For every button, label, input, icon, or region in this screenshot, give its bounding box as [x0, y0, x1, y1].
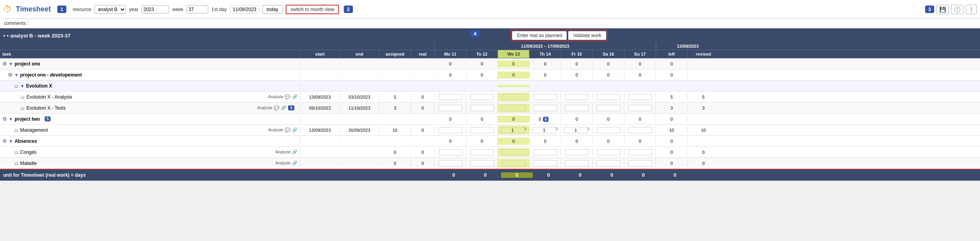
link-icon[interactable]: 🔗 [281, 105, 286, 110]
cell-fr[interactable]: 1 [561, 125, 593, 135]
cell-fr[interactable] [561, 159, 593, 168]
cell-tu[interactable] [466, 126, 498, 135]
expand-icon[interactable]: ▼ [20, 84, 24, 88]
tu-input[interactable] [470, 160, 494, 166]
cell-we[interactable]: 1 [498, 125, 530, 135]
fr-input[interactable] [565, 105, 589, 111]
tu-input[interactable] [470, 105, 494, 111]
cell-su[interactable] [624, 104, 656, 112]
cell-we[interactable] [498, 104, 530, 112]
th-input[interactable] [533, 94, 557, 100]
cell-fr[interactable] [561, 148, 593, 157]
enter-real-button[interactable]: Enter real as planned [512, 31, 567, 40]
cell-fr[interactable] [561, 104, 593, 112]
cell-mo[interactable] [435, 104, 466, 112]
th-input[interactable] [533, 149, 557, 155]
cell-tu[interactable] [466, 148, 498, 157]
expand-icon[interactable]: ▼ [9, 139, 13, 144]
gear-icon[interactable]: ⚙ [2, 116, 7, 122]
year-input[interactable] [141, 6, 169, 13]
expand-icon[interactable]: ▼ [14, 73, 19, 77]
cell-tu[interactable] [466, 159, 498, 168]
tu-input[interactable] [470, 127, 494, 133]
validate-button[interactable]: Validate work [568, 31, 606, 40]
cell-sa[interactable] [593, 159, 624, 168]
cell-th[interactable] [530, 148, 561, 157]
switch-month-button[interactable]: switch to month view [286, 5, 339, 14]
mo-input[interactable] [439, 160, 462, 166]
cell-we[interactable] [498, 148, 530, 157]
we-input[interactable] [502, 160, 526, 166]
we-input[interactable] [502, 149, 526, 155]
cell-sa[interactable] [593, 148, 624, 157]
cell-sa[interactable] [593, 126, 624, 135]
cell-mo[interactable] [435, 93, 466, 101]
sa-input[interactable] [597, 149, 620, 155]
chat-icon[interactable]: 💬 [285, 127, 290, 133]
th-input[interactable] [533, 160, 557, 166]
cell-su[interactable] [624, 148, 656, 157]
we-input[interactable] [501, 127, 524, 133]
mo-input[interactable] [439, 94, 462, 100]
cell-we[interactable] [498, 159, 530, 168]
chat-icon[interactable]: 💬 [285, 94, 290, 99]
th-input[interactable] [533, 105, 557, 111]
resource-select[interactable]: analyst B [94, 5, 126, 14]
sa-input[interactable] [597, 105, 620, 111]
sa-input[interactable] [597, 160, 620, 166]
chat-icon[interactable]: 💬 [274, 105, 279, 110]
cell-th[interactable] [530, 93, 561, 101]
cell-tu[interactable] [466, 104, 498, 112]
cell-su[interactable] [624, 126, 656, 135]
fr-input[interactable] [565, 160, 589, 166]
fr-input[interactable] [565, 94, 589, 100]
gear-icon[interactable]: ⚙ [2, 61, 7, 67]
fr-input[interactable] [565, 149, 589, 155]
cell-th[interactable] [530, 159, 561, 168]
su-input[interactable] [628, 94, 652, 100]
tu-input[interactable] [470, 149, 494, 155]
cell-mo[interactable] [435, 148, 466, 157]
collapse-icon-1[interactable]: ▪ [3, 32, 5, 39]
cell-su[interactable] [624, 159, 656, 168]
su-input[interactable] [628, 149, 652, 155]
mo-input[interactable] [439, 149, 462, 155]
link-icon[interactable]: 🔗 [292, 161, 298, 166]
we-input[interactable] [502, 105, 526, 111]
week-input[interactable] [187, 6, 208, 13]
cell-mo[interactable] [435, 159, 466, 168]
refresh-button[interactable]: 🕐 [951, 5, 963, 14]
sa-input[interactable] [597, 94, 620, 100]
cell-mo[interactable] [435, 126, 466, 135]
mo-input[interactable] [439, 127, 462, 133]
gear-icon[interactable]: ⚙ [8, 72, 13, 78]
expand-icon[interactable]: ▼ [9, 62, 13, 66]
more-button[interactable]: ⋮ [966, 5, 977, 14]
gear-icon[interactable]: ⚙ [2, 138, 7, 144]
link-icon[interactable]: 🔗 [292, 94, 298, 99]
cell-th[interactable] [530, 104, 561, 112]
cell-th[interactable]: 1 [530, 125, 561, 135]
cell-fr[interactable] [561, 93, 593, 101]
cell-we[interactable] [498, 93, 530, 101]
today-button[interactable]: today [262, 5, 283, 14]
cell-su[interactable] [624, 93, 656, 101]
link-icon[interactable]: 🔗 [292, 149, 298, 155]
cell-tu[interactable] [466, 93, 498, 101]
we-input[interactable] [502, 94, 526, 100]
expand-icon[interactable]: ▼ [9, 117, 13, 121]
sa-input[interactable] [597, 127, 620, 133]
save-button[interactable]: 💾 [937, 5, 949, 14]
cell-sa[interactable] [593, 93, 624, 101]
tu-input[interactable] [470, 94, 494, 100]
su-input[interactable] [628, 105, 652, 111]
su-input[interactable] [628, 127, 652, 133]
mo-input[interactable] [439, 105, 462, 111]
collapse-icon-2[interactable]: ▪ [7, 32, 9, 39]
th-input[interactable] [532, 127, 556, 133]
su-input[interactable] [628, 160, 652, 166]
fr-input[interactable] [564, 127, 588, 133]
cell-sa[interactable] [593, 104, 624, 112]
cell-start: 09/10/2023 [300, 105, 340, 112]
link-icon[interactable]: 🔗 [292, 127, 298, 133]
